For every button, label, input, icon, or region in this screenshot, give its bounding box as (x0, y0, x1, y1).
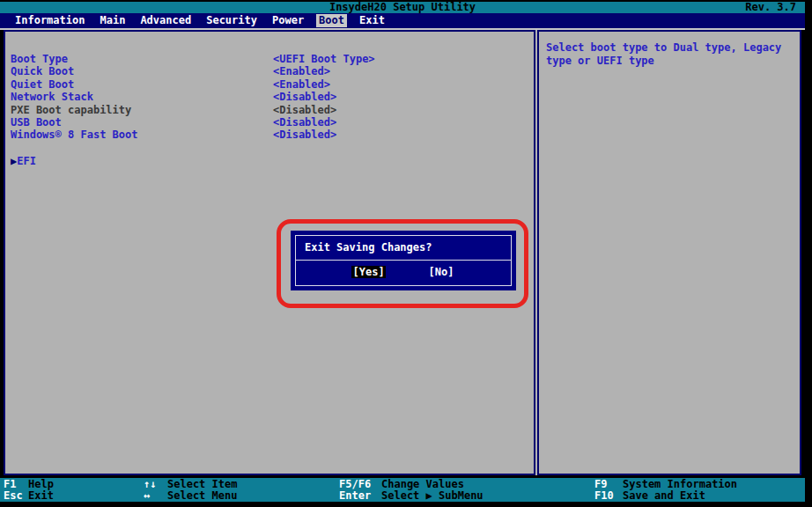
key-help-bar: F1Help EscExit ↑↓Select Item ↔Select Men… (0, 478, 805, 502)
setting-label: Quick Boot (11, 65, 74, 77)
setting-label: Network Stack (11, 91, 93, 103)
key-enter-label: Select ▶ SubMenu (381, 489, 484, 502)
key-f5f6-label: Change Values (381, 478, 464, 490)
no-button[interactable]: [No] (428, 266, 455, 278)
app-title: InsydeH20 Setup Utility (0, 2, 805, 13)
yes-button[interactable]: [Yes] (351, 266, 385, 278)
setting-value[interactable]: <UEFI Boot Type> (273, 53, 375, 65)
setting-label: Windows® 8 Fast Boot (11, 129, 138, 141)
help-column-2: ↑↓Select Item ↔Select Menu (144, 479, 237, 502)
setting-label: Boot Type (11, 53, 68, 65)
menu-tab-main[interactable]: Main (97, 14, 128, 27)
setting-value[interactable]: <Enabled> (273, 65, 330, 77)
key-f10: F10 (594, 490, 623, 502)
key-f1-label: Help (28, 478, 54, 490)
key-esc: Esc (4, 490, 28, 502)
menu-tab-power[interactable]: Power (269, 14, 306, 27)
submenu-label: EFI (17, 155, 36, 167)
boot-options-list: Boot Type <UEFI Boot Type> Quick Boot <E… (11, 53, 530, 142)
dialog-title: Exit Saving Changes? (296, 236, 511, 260)
key-esc-label: Exit (28, 489, 54, 502)
key-f10-label: Save and Exit (623, 489, 705, 502)
setting-row-quick-boot[interactable]: Quick Boot <Enabled> (11, 65, 530, 77)
menu-tab-security[interactable]: Security (203, 14, 260, 27)
setting-row-network-stack[interactable]: Network Stack <Disabled> (11, 91, 530, 103)
menu-tab-information[interactable]: Information (12, 14, 87, 27)
key-enter: Enter (339, 490, 381, 502)
bios-setup-screen: InsydeH20 Setup Utility Rev. 3.7 Informa… (0, 0, 812, 507)
setting-row-win8-fast-boot[interactable]: Windows® 8 Fast Boot <Disabled> (11, 129, 530, 141)
key-updown-label: Select Item (167, 478, 237, 490)
menu-tab-boot[interactable]: Boot (316, 14, 347, 27)
key-leftright-label: Select Menu (167, 489, 237, 502)
setting-row-quiet-boot[interactable]: Quiet Boot <Enabled> (11, 78, 530, 91)
item-help-text: Select boot type to Dual type, Legacy ty… (539, 32, 800, 67)
menu-bar: Information Main Advanced Security Power… (0, 13, 805, 28)
exit-saving-changes-dialog: Exit Saving Changes? [Yes] [No] (291, 231, 516, 290)
menu-tab-exit[interactable]: Exit (357, 14, 388, 27)
revision-label: Rev. 3.7 (745, 2, 796, 13)
setting-row-pxe-boot: PXE Boot capability <Disabled> (11, 104, 530, 116)
menu-tab-advanced[interactable]: Advanced (137, 14, 194, 27)
setting-value[interactable]: <Enabled> (273, 78, 330, 91)
setting-value[interactable]: <Disabled> (273, 91, 336, 103)
setting-value: <Disabled> (273, 104, 336, 116)
item-help-panel: Select boot type to Dual type, Legacy ty… (537, 30, 801, 475)
setting-value[interactable]: <Disabled> (273, 129, 336, 141)
setting-row-boot-type[interactable]: Boot Type <UEFI Boot Type> (11, 53, 530, 65)
key-f9-label: System Information (623, 478, 737, 490)
setting-row-usb-boot[interactable]: USB Boot <Disabled> (11, 116, 530, 129)
help-column-4: F9System Information F10Save and Exit (594, 479, 737, 502)
help-column-1: F1Help EscExit (4, 479, 54, 502)
setting-label: PXE Boot capability (11, 104, 131, 116)
title-bar: InsydeH20 Setup Utility Rev. 3.7 (0, 2, 805, 13)
setting-label: USB Boot (11, 116, 62, 129)
setting-value[interactable]: <Disabled> (273, 116, 336, 129)
submenu-efi[interactable]: ▶EFI (11, 155, 36, 167)
dialog-buttons: [Yes] [No] (296, 261, 511, 278)
help-column-3: F5/F6Change Values EnterSelect ▶ SubMenu (339, 479, 484, 502)
setting-label: Quiet Boot (11, 78, 74, 91)
dialog-border: Exit Saving Changes? [Yes] [No] (295, 235, 512, 286)
key-leftright-icon: ↔ (144, 490, 167, 502)
